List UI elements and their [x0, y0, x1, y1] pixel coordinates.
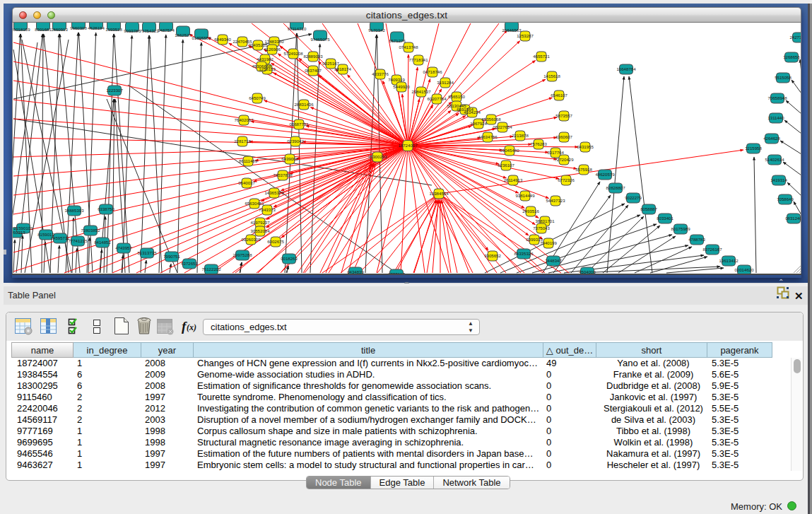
svg-text:24595711: 24595711 — [51, 235, 70, 240]
svg-text:51402614: 51402614 — [765, 157, 784, 162]
svg-text:24273167: 24273167 — [789, 35, 801, 40]
svg-text:7058649: 7058649 — [777, 197, 794, 201]
svg-text:38831701: 38831701 — [535, 218, 555, 223]
svg-text:86111489: 86111489 — [239, 158, 258, 163]
svg-text:6236107: 6236107 — [498, 163, 514, 168]
svg-text:0018263: 0018263 — [281, 256, 298, 261]
svg-text:93814449: 93814449 — [515, 193, 535, 198]
svg-text:3268656: 3268656 — [783, 54, 800, 59]
svg-text:19384554: 19384554 — [429, 191, 449, 196]
svg-text:3448347: 3448347 — [545, 258, 562, 263]
svg-text:97114710: 97114710 — [288, 26, 307, 31]
svg-text:4743957: 4743957 — [115, 245, 132, 250]
svg-text:7990751: 7990751 — [163, 254, 180, 259]
svg-text:80175989: 80175989 — [671, 226, 690, 231]
svg-text:1419314: 1419314 — [770, 177, 787, 182]
svg-text:51313735: 51313735 — [137, 250, 157, 255]
svg-text:4655721: 4655721 — [533, 54, 550, 59]
svg-text:54437323: 54437323 — [546, 198, 565, 203]
svg-text:2213878: 2213878 — [512, 133, 529, 138]
svg-text:0837407: 0837407 — [305, 68, 322, 73]
svg-text:30552034: 30552034 — [250, 228, 270, 233]
svg-text:6772326: 6772326 — [558, 177, 575, 182]
svg-text:13613412: 13613412 — [719, 258, 739, 263]
svg-text:0640037: 0640037 — [238, 180, 255, 185]
svg-text:57249208: 57249208 — [283, 51, 303, 56]
svg-text:77718341: 77718341 — [408, 57, 428, 62]
svg-text:04718746: 04718746 — [423, 69, 442, 74]
svg-text:84335326: 84335326 — [514, 251, 534, 256]
svg-text:72720429: 72720429 — [554, 157, 574, 162]
svg-text:15300293: 15300293 — [367, 154, 387, 159]
svg-text:7343373: 7343373 — [259, 207, 276, 212]
svg-text:48620579: 48620579 — [595, 172, 615, 177]
svg-text:59045440: 59045440 — [500, 148, 519, 153]
svg-text:1860913: 1860913 — [51, 27, 68, 32]
svg-text:8301661: 8301661 — [35, 27, 52, 32]
svg-text:18724007: 18724007 — [398, 143, 418, 148]
svg-text:3191284: 3191284 — [437, 80, 454, 85]
svg-text:6338750: 6338750 — [98, 206, 114, 211]
svg-text:5515058: 5515058 — [775, 75, 792, 80]
svg-text:9170342: 9170342 — [368, 28, 385, 33]
svg-text:1311440: 1311440 — [767, 115, 784, 120]
svg-text:0431955: 0431955 — [577, 144, 594, 149]
svg-text:1253287: 1253287 — [517, 33, 534, 38]
svg-text:9487574: 9487574 — [158, 28, 175, 33]
svg-text:2281718: 2281718 — [234, 139, 251, 144]
svg-text:44634786: 44634786 — [478, 134, 498, 139]
svg-text:6372651: 6372651 — [181, 261, 198, 266]
svg-text:02014620: 02014620 — [734, 267, 754, 272]
svg-text:8033401: 8033401 — [657, 216, 673, 221]
svg-text:1223307: 1223307 — [106, 88, 123, 93]
svg-text:29841537: 29841537 — [411, 89, 431, 94]
svg-text:16648784: 16648784 — [616, 66, 636, 71]
svg-text:77741215: 77741215 — [68, 238, 88, 243]
svg-text:7940199: 7940199 — [540, 240, 557, 245]
svg-text:4126906: 4126906 — [264, 47, 281, 52]
svg-text:38885393: 38885393 — [64, 208, 84, 213]
svg-text:29975288: 29975288 — [233, 252, 252, 257]
svg-text:65630481: 65630481 — [245, 201, 264, 206]
svg-text:5449920: 5449920 — [393, 84, 410, 89]
svg-text:1993518: 1993518 — [105, 27, 122, 32]
svg-text:01687731: 01687731 — [289, 122, 309, 127]
svg-text:1862527: 1862527 — [175, 33, 192, 37]
svg-text:70658948: 70658948 — [767, 95, 787, 100]
svg-text:6546107: 6546107 — [551, 93, 567, 98]
svg-text:9305652: 9305652 — [484, 253, 501, 258]
svg-text:82889093: 82889093 — [303, 54, 323, 59]
svg-text:6450749: 6450749 — [249, 95, 266, 100]
svg-text:7375043: 7375043 — [533, 226, 550, 230]
svg-text:4788783: 4788783 — [688, 237, 705, 242]
svg-text:61760313: 61760313 — [13, 230, 25, 235]
svg-text:0239042: 0239042 — [287, 139, 304, 144]
svg-text:3215958: 3215958 — [745, 146, 762, 151]
svg-text:26114913: 26114913 — [504, 177, 523, 182]
svg-text:97465075: 97465075 — [310, 37, 330, 42]
svg-text:76122202: 76122202 — [201, 267, 221, 271]
svg-text:21590109: 21590109 — [13, 226, 33, 230]
svg-text:5873557: 5873557 — [555, 113, 572, 118]
svg-text:6360607: 6360607 — [555, 134, 572, 139]
svg-text:6849340: 6849340 — [214, 37, 231, 42]
svg-text:49306668: 49306668 — [252, 64, 271, 69]
svg-text:26018159: 26018159 — [13, 27, 30, 32]
svg-text:4264628: 4264628 — [763, 136, 780, 141]
svg-text:72803852: 72803852 — [81, 228, 100, 233]
svg-text:26846563: 26846563 — [502, 28, 522, 33]
svg-text:7576283: 7576283 — [530, 141, 547, 146]
svg-text:83726167: 83726167 — [702, 247, 722, 252]
svg-text:6439008: 6439008 — [281, 156, 298, 161]
svg-text:4333776: 4333776 — [372, 71, 389, 76]
svg-text:4628194: 4628194 — [88, 25, 105, 30]
svg-text:07413748: 07413748 — [399, 45, 418, 49]
svg-text:5575918: 5575918 — [575, 167, 592, 172]
svg-text:6565150: 6565150 — [448, 94, 465, 99]
svg-text:0025167: 0025167 — [322, 61, 339, 66]
svg-text:17483380: 17483380 — [264, 39, 284, 44]
svg-text:9093786: 9093786 — [124, 28, 141, 33]
svg-text:9022279: 9022279 — [625, 195, 642, 200]
svg-text:8058887: 8058887 — [640, 206, 657, 211]
svg-text:2493516: 2493516 — [522, 209, 539, 214]
